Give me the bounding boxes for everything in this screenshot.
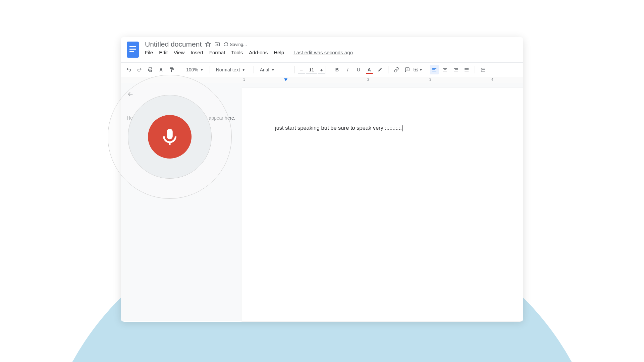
zoom-value: 100% xyxy=(186,67,198,72)
menu-bar: File Edit View Insert Format Tools Add-o… xyxy=(145,50,519,55)
svg-rect-3 xyxy=(129,51,134,52)
ruler[interactable]: 1 2 3 4 xyxy=(121,77,523,83)
print-button[interactable] xyxy=(146,65,155,74)
insert-comment-button[interactable] xyxy=(402,65,412,74)
svg-rect-2 xyxy=(129,49,136,50)
font-size-group: − + xyxy=(298,66,325,74)
ruler-mark: 3 xyxy=(429,78,431,81)
saving-label: Saving... xyxy=(230,42,247,47)
insert-link-button[interactable] xyxy=(392,65,401,74)
svg-marker-4 xyxy=(206,42,211,47)
menu-view[interactable]: View xyxy=(174,50,184,55)
menu-help[interactable]: Help xyxy=(274,50,284,55)
sync-icon xyxy=(224,42,228,47)
google-docs-window: Untitled document Saving... File Edit Vi… xyxy=(121,37,523,322)
spellcheck-button[interactable]: A xyxy=(156,65,166,74)
microphone-icon xyxy=(160,127,180,147)
voice-mic-button[interactable] xyxy=(148,115,192,159)
indent-marker-icon[interactable] xyxy=(284,78,287,81)
italic-button[interactable]: I xyxy=(343,65,353,74)
font-size-decrease-button[interactable]: − xyxy=(298,66,305,74)
insert-image-button[interactable]: ▼ xyxy=(413,65,423,74)
line-spacing-button[interactable] xyxy=(478,65,488,74)
docs-logo-icon[interactable] xyxy=(125,40,140,59)
document-body-text: just start speaking but be sure to speak… xyxy=(275,125,402,131)
align-right-button[interactable] xyxy=(451,65,461,74)
text-color-button[interactable]: A xyxy=(365,65,374,74)
undo-button[interactable] xyxy=(124,65,133,74)
ruler-mark: 1 xyxy=(243,78,245,81)
menu-edit[interactable]: Edit xyxy=(159,50,168,55)
star-icon[interactable] xyxy=(205,41,211,47)
zoom-dropdown[interactable]: 100%▼ xyxy=(183,65,206,74)
titlebar: Untitled document Saving... File Edit Vi… xyxy=(121,37,523,59)
font-size-input[interactable] xyxy=(306,66,317,74)
arrow-left-icon xyxy=(127,90,134,98)
menu-format[interactable]: Format xyxy=(209,50,225,55)
bold-button[interactable]: B xyxy=(332,65,342,74)
document-title[interactable]: Untitled document xyxy=(145,40,202,48)
ruler-mark: 2 xyxy=(367,78,369,81)
toolbar: A 100%▼ Normal text▼ Arial▼ − + B I U A … xyxy=(121,62,523,77)
font-size-increase-button[interactable]: + xyxy=(318,66,325,74)
align-center-button[interactable] xyxy=(440,65,450,74)
highlight-button[interactable] xyxy=(375,65,385,74)
svg-rect-1 xyxy=(129,46,136,47)
redo-button[interactable] xyxy=(135,65,144,74)
menu-addons[interactable]: Add-ons xyxy=(249,50,268,55)
align-justify-button[interactable] xyxy=(462,65,471,74)
menu-insert[interactable]: Insert xyxy=(191,50,203,55)
move-to-folder-icon[interactable] xyxy=(214,41,220,47)
underline-button[interactable]: U xyxy=(354,65,363,74)
font-dropdown[interactable]: Arial▼ xyxy=(257,65,291,74)
last-edit-link[interactable]: Last edit was seconds ago xyxy=(293,50,353,55)
style-dropdown[interactable]: Normal text▼ xyxy=(213,65,250,74)
svg-point-9 xyxy=(415,69,416,70)
menu-tools[interactable]: Tools xyxy=(231,50,243,55)
saving-status: Saving... xyxy=(224,42,247,47)
outline-close-button[interactable] xyxy=(127,90,235,100)
text-cursor xyxy=(402,125,403,131)
document-page[interactable]: just start speaking but be sure to speak… xyxy=(241,88,523,321)
align-left-button[interactable] xyxy=(430,65,439,74)
font-value: Arial xyxy=(260,67,269,72)
menu-file[interactable]: File xyxy=(145,50,153,55)
paint-format-button[interactable] xyxy=(167,65,176,74)
style-value: Normal text xyxy=(216,67,240,72)
ruler-mark: 4 xyxy=(491,78,493,81)
